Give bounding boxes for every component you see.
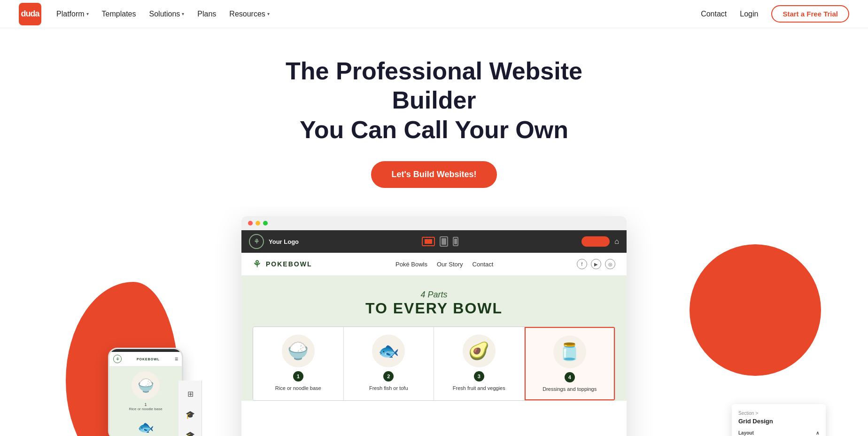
builder-logo-text: Your Logo (269, 238, 299, 245)
pokebowl-nav-link-contact[interactable]: Contact (473, 261, 494, 268)
nav-contact-link[interactable]: Contact (701, 10, 727, 18)
mobile-device-icon[interactable] (453, 237, 458, 246)
bowl-label-1: Rice or noodle base (275, 385, 321, 391)
bowl-items-grid: 🍚 1 Rice or noodle base 🐟 2 Fresh fish o… (253, 327, 615, 401)
left-tool-panel: ⊞ 🎓 🎓 (178, 381, 202, 436)
bowl-number-4: 4 (565, 372, 575, 382)
start-free-trial-button[interactable]: Start a Free Trial (771, 5, 849, 23)
phone-item-label: Rice or noodle base (113, 407, 178, 411)
minimize-dot (256, 221, 260, 226)
phone-logo-icon: ⚘ (113, 355, 122, 363)
builder-orange-pill (581, 236, 610, 247)
panel-title: Grid Design (738, 418, 819, 425)
panel-layout-label: Layout ∧ (738, 430, 819, 436)
pokebowl-social-icons: f ▶ ◎ (577, 259, 615, 269)
phone-menu-icon[interactable]: ≡ (175, 356, 178, 362)
bowl-number-3: 3 (474, 371, 484, 382)
hero-section: The Professional Website Builder You Can… (0, 28, 868, 207)
window-controls (248, 221, 268, 226)
phone-site-nav: ⚘ POKEBOWL ≡ (109, 352, 182, 366)
bowl-food-image-2: 🐟 (372, 335, 405, 367)
bowl-item-4: 🫙 4 Dressings and toppings (525, 327, 615, 400)
bowl-number-1: 1 (293, 371, 303, 382)
youtube-icon[interactable]: ▶ (591, 259, 601, 269)
widget-tool[interactable]: 🎓 (178, 426, 202, 436)
bowl-number-2: 2 (383, 371, 394, 382)
pokebowl-subtitle: 4 Parts (253, 290, 615, 300)
phone-mockup: ⚘ POKEBOWL ≡ 🍚 1 Rice or noodle base 🐟 (108, 348, 183, 436)
builder-logo-icon: ⚘ (249, 234, 264, 249)
nav-solutions[interactable]: Solutions ▾ (149, 10, 185, 18)
builder-toolbar: ⚘ Your Logo ⌂ (241, 230, 627, 253)
home-icon[interactable]: ⌂ (614, 237, 619, 246)
pokebowl-content: 4 Parts TO EVERY BOWL 🍚 1 Rice or noodle… (241, 276, 627, 401)
phone-food-image: 🍚 (132, 371, 160, 399)
phone-item-number: 1 (113, 402, 178, 407)
chevron-up-icon[interactable]: ∧ (816, 430, 819, 436)
bowl-item-3: 🥑 3 Fresh fruit and veggies (434, 327, 525, 400)
nav-right: Contact Login Start a Free Trial (701, 5, 849, 23)
panel-breadcrumb: Section > (738, 411, 819, 416)
element-tool[interactable]: 🎓 (178, 405, 202, 424)
bowl-label-3: Fresh fruit and veggies (453, 385, 505, 391)
close-dot (248, 221, 253, 226)
builder-logo-area: ⚘ Your Logo (249, 234, 299, 249)
hero-headline: The Professional Website Builder You Can… (241, 56, 627, 144)
pokebowl-nav-link-story[interactable]: Our Story (437, 261, 463, 268)
browser-window: ⚘ Your Logo ⌂ (241, 216, 627, 436)
bowl-food-image-3: 🥑 (463, 335, 496, 367)
bowl-item-2: 🐟 2 Fresh fish or tofu (344, 327, 434, 400)
bowl-label-2: Fresh fish or tofu (369, 385, 408, 391)
device-switcher (422, 236, 458, 247)
nav-templates[interactable]: Templates (102, 10, 136, 18)
duda-logo[interactable]: duda (19, 3, 41, 25)
nav-login-link[interactable]: Login (740, 10, 758, 18)
desktop-device-icon[interactable] (422, 237, 435, 246)
nav-links: Platform ▾ Templates Solutions ▾ Plans R… (56, 10, 270, 18)
layers-tool[interactable]: ⊞ (178, 384, 202, 403)
instagram-icon[interactable]: ◎ (605, 259, 615, 269)
nav-plans[interactable]: Plans (197, 10, 216, 18)
pokebowl-logo-icon: ⚘ (253, 258, 262, 270)
facebook-icon[interactable]: f (577, 259, 587, 269)
tablet-device-icon[interactable] (440, 236, 448, 247)
pokebowl-logo: ⚘ POKEBOWL (253, 258, 312, 270)
nav-resources[interactable]: Resources ▾ (229, 10, 269, 18)
pokebowl-site: ⚘ POKEBOWL Poké Bowls Our Story Contact … (241, 253, 627, 401)
chevron-down-icon: ▾ (267, 11, 270, 16)
blob-right-decoration (690, 244, 821, 376)
pokebowl-nav-links: Poké Bowls Our Story Contact (395, 261, 493, 268)
bowl-food-image-1: 🍚 (282, 335, 315, 367)
chevron-down-icon: ▾ (86, 11, 89, 16)
phone-content: 🍚 1 Rice or noodle base (109, 366, 182, 416)
bowl-item-1: 🍚 1 Rice or noodle base (253, 327, 344, 400)
hero-cta-button[interactable]: Let's Build Websites! (371, 161, 497, 188)
maximize-dot (263, 221, 268, 226)
bowl-label-4: Dressings and toppings (542, 386, 597, 392)
nav-platform[interactable]: Platform ▾ (56, 10, 89, 18)
phone-brand: POKEBOWL (137, 358, 160, 361)
browser-chrome (241, 216, 627, 230)
chevron-down-icon: ▾ (182, 11, 184, 16)
mockup-section: ⚘ POKEBOWL ≡ 🍚 1 Rice or noodle base 🐟 ⊞… (0, 207, 868, 436)
nav-left: duda Platform ▾ Templates Solutions ▾ Pl… (19, 3, 270, 25)
pokebowl-section-title: TO EVERY BOWL (253, 300, 615, 317)
pokebowl-nav-link-bowls[interactable]: Poké Bowls (395, 261, 427, 268)
bowl-food-image-4: 🫙 (553, 335, 586, 368)
pokebowl-nav: ⚘ POKEBOWL Poké Bowls Our Story Contact … (241, 253, 627, 276)
main-nav: duda Platform ▾ Templates Solutions ▾ Pl… (0, 0, 868, 28)
phone-frame: ⚘ POKEBOWL ≡ 🍚 1 Rice or noodle base 🐟 (108, 348, 183, 436)
grid-design-panel: Section > Grid Design Layout ∧ Rearrange… (732, 404, 826, 436)
pokebowl-title-area: 4 Parts TO EVERY BOWL (253, 290, 615, 317)
phone-salmon-area: 🐟 (109, 416, 182, 436)
